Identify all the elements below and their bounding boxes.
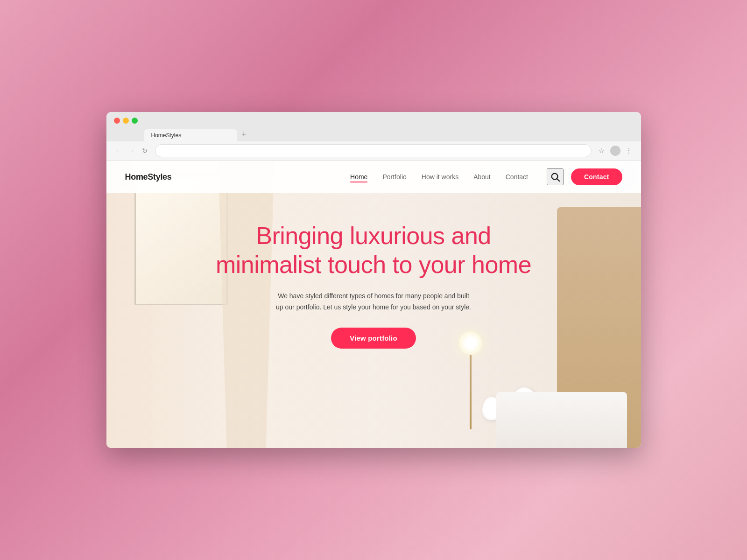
tab-label: HomeStyles bbox=[151, 132, 182, 139]
browser-chrome: HomeStyles + ← → ↻ ☆ ⋮ bbox=[106, 112, 641, 161]
nav-how-it-works[interactable]: How it works bbox=[422, 173, 458, 181]
bookmark-icon[interactable]: ☆ bbox=[597, 146, 606, 155]
hero-subtitle: We have styled different types of homes … bbox=[275, 291, 472, 313]
forward-button[interactable]: → bbox=[127, 146, 136, 155]
search-icon bbox=[550, 172, 560, 182]
view-portfolio-button[interactable]: View portfolio bbox=[331, 328, 416, 349]
title-bar bbox=[106, 112, 641, 127]
close-button[interactable] bbox=[114, 118, 120, 124]
nav-contact[interactable]: Contact bbox=[506, 173, 528, 181]
maximize-button[interactable] bbox=[132, 118, 138, 124]
browser-window: HomeStyles + ← → ↻ ☆ ⋮ bbox=[106, 112, 641, 448]
nav-about[interactable]: About bbox=[473, 173, 491, 181]
nav-home[interactable]: Home bbox=[350, 173, 367, 181]
search-button[interactable] bbox=[547, 168, 564, 185]
traffic-lights bbox=[114, 118, 138, 124]
site-nav: HomeStyles Home Portfolio How it works A… bbox=[106, 161, 641, 193]
address-bar[interactable] bbox=[155, 144, 592, 157]
nav-links: Home Portfolio How it works About Contac… bbox=[350, 173, 528, 181]
hero-title: Bringing luxurious and minimalist touch … bbox=[210, 221, 537, 280]
nav-right: Contact bbox=[547, 168, 622, 185]
nav-portfolio[interactable]: Portfolio bbox=[382, 173, 406, 181]
reload-button[interactable]: ↻ bbox=[140, 146, 149, 155]
new-tab-button[interactable]: + bbox=[237, 127, 251, 141]
bed-pillows bbox=[496, 392, 627, 448]
svg-line-1 bbox=[557, 179, 559, 181]
profile-avatar[interactable] bbox=[610, 146, 620, 156]
menu-icon[interactable]: ⋮ bbox=[624, 146, 634, 155]
back-button[interactable]: ← bbox=[114, 146, 123, 155]
site-logo: HomeStyles bbox=[125, 172, 172, 182]
address-bar-row: ← → ↻ ☆ ⋮ bbox=[106, 141, 641, 161]
hero-content: Bringing luxurious and minimalist touch … bbox=[106, 193, 641, 367]
minimize-button[interactable] bbox=[123, 118, 129, 124]
browser-actions: ☆ ⋮ bbox=[597, 146, 634, 156]
active-tab[interactable]: HomeStyles bbox=[144, 129, 237, 141]
nav-buttons: ← → ↻ bbox=[114, 146, 149, 155]
tab-bar: HomeStyles + bbox=[106, 127, 641, 141]
contact-button[interactable]: Contact bbox=[571, 168, 622, 185]
website-content: HomeStyles Home Portfolio How it works A… bbox=[106, 161, 641, 448]
